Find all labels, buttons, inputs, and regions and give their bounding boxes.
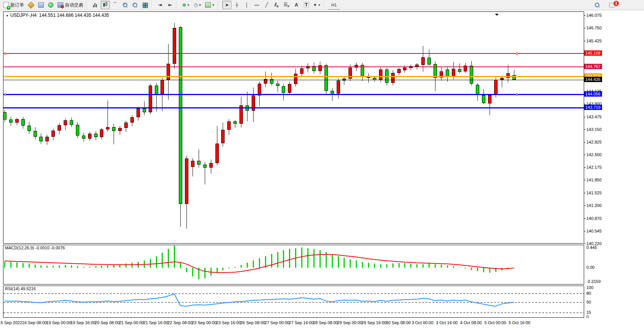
indicators-button[interactable]: ⊕▼ bbox=[181, 1, 191, 9]
candle-wick bbox=[199, 149, 199, 168]
time-axis-label: 29 Sep 16:00 bbox=[361, 320, 386, 325]
market-watch-button[interactable] bbox=[26, 1, 35, 9]
candle-wick bbox=[459, 63, 460, 73]
toolbar-separator bbox=[86, 1, 89, 9]
candle bbox=[282, 86, 285, 93]
candle bbox=[155, 86, 158, 94]
crosshair-tool-button[interactable]: ┼ bbox=[232, 1, 241, 9]
line-handle[interactable] bbox=[516, 53, 518, 55]
timeframe-button-h1[interactable]: H1 bbox=[328, 1, 339, 9]
candle bbox=[94, 134, 98, 137]
time-axis-label: 21 Sep 16:00 bbox=[143, 320, 168, 325]
time-axis-label: 30 Sep 08:00 bbox=[386, 320, 411, 325]
candle bbox=[173, 28, 176, 64]
vertical-line-button[interactable]: │ bbox=[242, 1, 251, 9]
candle bbox=[88, 134, 92, 139]
line-chart-button[interactable]: ⌒ bbox=[111, 1, 120, 9]
candle bbox=[476, 85, 479, 95]
zoom-in-icon: + bbox=[123, 3, 128, 8]
auto-trading-button[interactable]: 自动交易 bbox=[56, 1, 85, 9]
price-tick bbox=[584, 205, 586, 206]
time-axis-label: 23 Sep 00:00 bbox=[192, 320, 217, 325]
time-axis-label: 26 Sep 08:00 bbox=[240, 320, 265, 325]
horizontal-line-144.518[interactable] bbox=[3, 76, 584, 77]
time-axis-label: 21 Sep 00:00 bbox=[119, 320, 144, 325]
line-handle[interactable] bbox=[4, 53, 6, 55]
vertical-line-icon: │ bbox=[246, 2, 249, 8]
cursor-tool-button[interactable]: ➤ bbox=[222, 1, 231, 9]
equidistant-channel-button[interactable]: ⫽E bbox=[272, 1, 281, 9]
trendline-button[interactable]: ╱ bbox=[262, 1, 271, 9]
candle bbox=[233, 121, 237, 124]
tile-windows-button[interactable] bbox=[140, 1, 149, 9]
line-handle[interactable] bbox=[516, 76, 518, 78]
price-axis[interactable]: 146.075145.750145.425145.100144.775144.4… bbox=[584, 10, 644, 318]
zoom-out-icon: − bbox=[133, 3, 138, 8]
horizontal-line-143.719[interactable] bbox=[3, 107, 584, 108]
price-tick-label: 145.425 bbox=[586, 39, 602, 43]
horizontal-line-144.056[interactable] bbox=[3, 94, 584, 95]
line-handle[interactable] bbox=[4, 76, 6, 78]
fibonacci-button[interactable]: ☰F bbox=[282, 1, 291, 9]
price-tick-label: 143.150 bbox=[586, 127, 602, 132]
candle bbox=[106, 127, 109, 129]
time-axis-label: 15 Sep 2022 bbox=[0, 320, 22, 325]
auto-scroll-button[interactable]: ⇥ bbox=[156, 1, 165, 9]
candle bbox=[470, 66, 473, 84]
time-axis-label: 5 Oct 16:00 bbox=[509, 320, 530, 325]
line-handle[interactable] bbox=[516, 94, 518, 95]
new-order-button[interactable]: 新订单 bbox=[2, 1, 26, 9]
line-chart-icon: ⌒ bbox=[113, 2, 118, 8]
candlestick-chart-button[interactable] bbox=[101, 1, 110, 9]
templates-button[interactable]: ▼ bbox=[204, 1, 216, 9]
candle-wick bbox=[344, 76, 344, 85]
macd-axis-label: 0.445 bbox=[586, 245, 597, 250]
zoom-in-button[interactable]: + bbox=[120, 1, 130, 9]
candle bbox=[191, 161, 194, 166]
notification-badge[interactable]: 1 bbox=[613, 1, 619, 6]
time-axis-label: 19 Sep 16:00 bbox=[71, 320, 95, 325]
price-tick bbox=[584, 15, 586, 16]
charts-button[interactable] bbox=[36, 1, 45, 9]
candle bbox=[252, 95, 255, 111]
horizontal-line-144.435[interactable] bbox=[3, 80, 584, 80]
price-tick bbox=[584, 193, 586, 193]
text-tool-button[interactable]: A bbox=[292, 1, 301, 9]
horizontal-line-button[interactable]: — bbox=[252, 1, 261, 9]
price-tick bbox=[584, 218, 586, 219]
bar-chart-button[interactable] bbox=[91, 1, 100, 9]
candle bbox=[397, 69, 401, 73]
candle bbox=[482, 95, 485, 103]
rsi-label: RSI(14) 49.5216 bbox=[5, 286, 36, 291]
time-axis-label: 20 Sep 08:00 bbox=[95, 320, 120, 325]
main-chart-pane[interactable]: ▼USDJPY-,H4 144.551 144.686 144.435 144.… bbox=[3, 11, 584, 244]
arrows-tool-button[interactable]: ✦▼ bbox=[312, 1, 322, 9]
price-tick-label: 145.750 bbox=[586, 26, 602, 30]
chart-shift-button[interactable]: ⇤ bbox=[165, 1, 175, 9]
horizontal-line-144.767[interactable] bbox=[3, 66, 584, 67]
search-button[interactable] bbox=[593, 1, 602, 9]
chart-shift-marker[interactable] bbox=[495, 14, 499, 18]
fibonacci-icon: ☰F bbox=[283, 2, 289, 8]
rsi-pane[interactable]: RSI(14) 49.5216 bbox=[3, 286, 584, 318]
price-badge-145.108: 145.108 bbox=[584, 50, 602, 56]
line-handle[interactable] bbox=[4, 94, 6, 95]
macd-pane[interactable]: MACD(12,26,9) -0.0010 -0.0076 bbox=[3, 245, 584, 284]
chevron-down-icon[interactable]: ▼ bbox=[6, 14, 9, 18]
text-label-tool-button[interactable]: T bbox=[302, 1, 311, 9]
time-axis[interactable]: 15 Sep 202216 Sep 08:0019 Sep 00:0019 Se… bbox=[0, 318, 644, 328]
macd-label: MACD(12,26,9) -0.0010 -0.0076 bbox=[5, 246, 65, 250]
periods-button[interactable]: ◷▼ bbox=[192, 1, 203, 9]
price-tick-label: 143.475 bbox=[586, 115, 602, 119]
tile-windows-icon bbox=[143, 3, 148, 7]
horizontal-line-145.108[interactable] bbox=[3, 53, 584, 54]
search-icon bbox=[595, 3, 600, 8]
signals-button[interactable] bbox=[46, 1, 55, 9]
price-tick-label: 141.850 bbox=[586, 178, 602, 182]
time-axis-label: 16 Sep 08:00 bbox=[22, 320, 47, 325]
zoom-out-button[interactable]: − bbox=[130, 1, 140, 9]
candle bbox=[331, 91, 334, 94]
bar-chart-icon bbox=[93, 3, 98, 7]
candle bbox=[161, 80, 164, 94]
candle bbox=[379, 69, 382, 81]
